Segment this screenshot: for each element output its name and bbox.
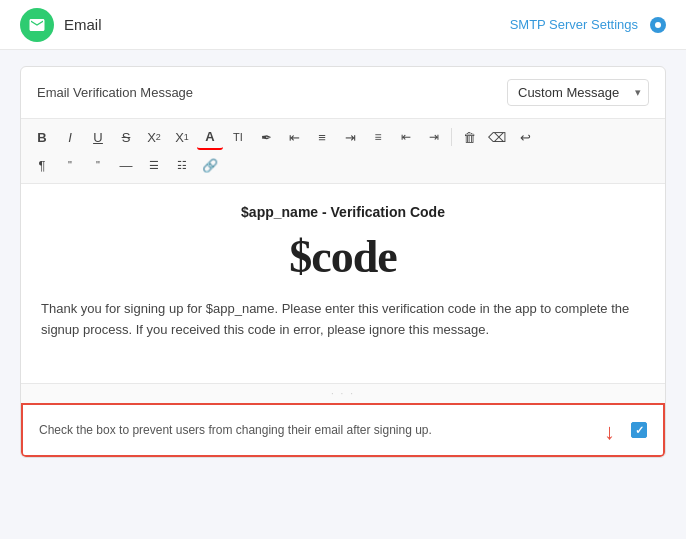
font-color-button[interactable]: A [197, 124, 223, 150]
align-justify-button[interactable]: ≡ [365, 124, 391, 150]
indent-decrease-button[interactable]: ⇤ [393, 124, 419, 150]
close-quote-button[interactable]: " [85, 152, 111, 178]
editor-resize-handle[interactable]: · · · [21, 384, 665, 403]
prevent-email-change-label: Check the box to prevent users from chan… [39, 423, 432, 437]
bold-button[interactable]: B [29, 124, 55, 150]
app-title: Email [64, 16, 102, 33]
email-preview-area[interactable]: $app_name - Verification Code $code Than… [21, 184, 665, 384]
highlight-button[interactable]: ✒ [253, 124, 279, 150]
italic-button[interactable]: I [57, 124, 83, 150]
email-app-icon [20, 8, 54, 42]
editor-toolbar: B I U S X2 X1 A TI ✒ ⇤ ≡ ⇥ ≡ ⇤ ⇥ 🗑 ⌫ ↩ [21, 119, 665, 184]
align-left-button[interactable]: ⇤ [281, 124, 307, 150]
delete-button[interactable]: 🗑 [456, 124, 482, 150]
link-button[interactable]: 🔗 [197, 152, 223, 178]
superscript-button[interactable]: X2 [141, 124, 167, 150]
email-subject-line: $app_name - Verification Code [41, 204, 645, 220]
header-right: SMTP Server Settings [510, 17, 666, 33]
font-size-button[interactable]: TI [225, 124, 251, 150]
status-indicator [650, 17, 666, 33]
main-content: Email Verification Message Custom Messag… [0, 50, 686, 474]
unordered-list-button[interactable]: ☰ [141, 152, 167, 178]
open-quote-button[interactable]: " [57, 152, 83, 178]
prevent-email-change-checkbox[interactable] [631, 422, 647, 438]
card-header: Email Verification Message Custom Messag… [21, 67, 665, 119]
strikethrough-button[interactable]: S [113, 124, 139, 150]
section-label: Email Verification Message [37, 85, 193, 100]
paragraph-button[interactable]: ¶ [29, 152, 55, 178]
app-header: Email SMTP Server Settings [0, 0, 686, 50]
card-footer: Check the box to prevent users from chan… [21, 403, 665, 457]
ordered-list-button[interactable]: ☷ [169, 152, 195, 178]
arrow-down-icon: ↓ [604, 419, 615, 445]
toolbar-separator-1 [451, 128, 452, 146]
email-code-display: $code [41, 230, 645, 283]
align-center-button[interactable]: ≡ [309, 124, 335, 150]
email-body-text: Thank you for signing up for $app_name. … [41, 299, 645, 341]
toolbar-row-2: ¶ " " — ☰ ☷ 🔗 [29, 152, 657, 178]
toolbar-row-1: B I U S X2 X1 A TI ✒ ⇤ ≡ ⇥ ≡ ⇤ ⇥ 🗑 ⌫ ↩ [29, 124, 657, 150]
message-type-dropdown-wrapper[interactable]: Custom Message Default Message ▾ [507, 79, 649, 106]
horizontal-rule-button[interactable]: — [113, 152, 139, 178]
indent-increase-button[interactable]: ⇥ [421, 124, 447, 150]
email-editor-card: Email Verification Message Custom Messag… [20, 66, 666, 458]
subscript-button[interactable]: X1 [169, 124, 195, 150]
footer-right-section: ↓ [604, 417, 647, 443]
smtp-settings-link[interactable]: SMTP Server Settings [510, 17, 638, 32]
message-type-select[interactable]: Custom Message Default Message [507, 79, 649, 106]
email-svg-icon [28, 16, 46, 34]
clear-format-button[interactable]: ⌫ [484, 124, 510, 150]
header-left: Email [20, 8, 102, 42]
underline-button[interactable]: U [85, 124, 111, 150]
undo-button[interactable]: ↩ [512, 124, 538, 150]
align-right-button[interactable]: ⇥ [337, 124, 363, 150]
